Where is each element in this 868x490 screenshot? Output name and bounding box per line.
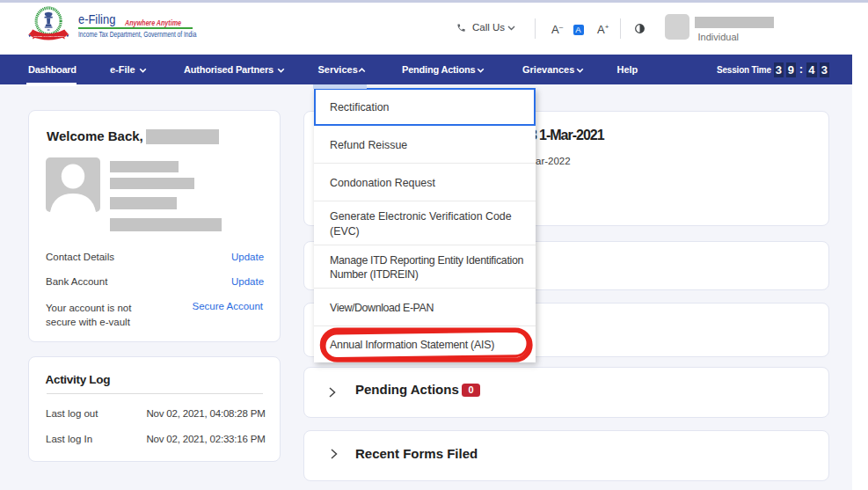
svg-text:INCOME TAX DEPARTMENT: INCOME TAX DEPARTMENT — [33, 35, 64, 38]
